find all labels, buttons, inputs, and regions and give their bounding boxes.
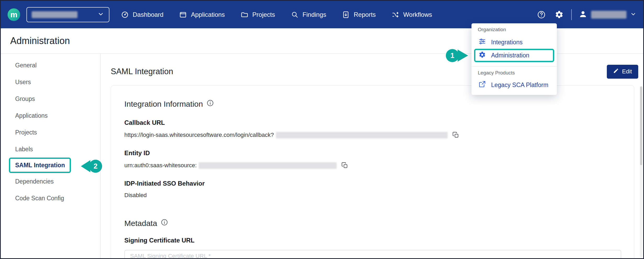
- info-icon[interactable]: [161, 219, 168, 228]
- org-name-redacted: [32, 11, 77, 18]
- nav-right-cluster: [536, 9, 636, 20]
- entity-id-redacted: [199, 162, 337, 169]
- nav-item-findings[interactable]: Findings: [291, 11, 326, 19]
- nav-item-dashboard[interactable]: Dashboard: [121, 11, 163, 19]
- settings-dropdown-menu: Organization Integrations Administration…: [471, 23, 557, 95]
- copy-entity-button[interactable]: [341, 161, 349, 169]
- main-content: SAML Integration Edit Integration Inform…: [101, 54, 644, 258]
- report-document-icon: [342, 11, 350, 19]
- nav-item-reports[interactable]: Reports: [342, 11, 376, 19]
- help-button[interactable]: [536, 9, 547, 20]
- integration-info-heading-text: Integration Information: [124, 100, 203, 109]
- nav-label: Projects: [252, 11, 275, 18]
- folder-icon: [241, 11, 248, 19]
- entity-id-label: Entity ID: [124, 149, 621, 157]
- org-selector[interactable]: [26, 7, 109, 22]
- sliders-icon: [479, 38, 486, 47]
- sidebar-item-applications[interactable]: Applications: [1, 107, 100, 124]
- gear-icon: [479, 51, 486, 60]
- scrollbar-thumb[interactable]: [640, 87, 642, 165]
- section-title: SAML Integration: [111, 67, 173, 76]
- callback-url-label: Callback URL: [124, 119, 621, 126]
- help-icon: [537, 10, 546, 19]
- sidebar-item-dependencies[interactable]: Dependencies: [1, 173, 100, 190]
- admin-sidebar: General Users Groups Applications Projec…: [1, 54, 101, 258]
- callback-url-redacted: [276, 132, 448, 138]
- sidebar-item-projects[interactable]: Projects: [1, 124, 100, 141]
- nav-item-projects[interactable]: Projects: [241, 11, 275, 19]
- menu-item-label: Legacy SCA Platform: [491, 82, 548, 89]
- entity-id-value: urn:auth0:saas-whitesource:: [124, 162, 197, 169]
- nav-label: Findings: [303, 11, 326, 18]
- metadata-heading: Metadata: [124, 219, 621, 228]
- nav-label: Applications: [191, 11, 225, 18]
- metadata-heading-text: Metadata: [124, 219, 157, 228]
- edit-button-label: Edit: [622, 68, 632, 75]
- dashboard-icon: [121, 11, 129, 19]
- search-icon: [291, 11, 299, 19]
- chevron-down-icon: [630, 11, 636, 18]
- nav-label: Workflows: [403, 11, 432, 18]
- nav-item-applications[interactable]: Applications: [179, 11, 225, 19]
- pencil-icon: [613, 68, 619, 75]
- sidebar-item-code-scan-config[interactable]: Code Scan Config: [1, 190, 100, 207]
- menu-item-integrations[interactable]: Integrations: [471, 36, 557, 48]
- annotation-step-2: 2: [89, 160, 102, 173]
- integration-info-heading: Integration Information: [124, 99, 621, 109]
- annotation-arrow-2: [81, 160, 90, 172]
- nav-item-workflows[interactable]: Workflows: [391, 11, 432, 19]
- page-title: Administration: [10, 35, 70, 46]
- primary-nav: Dashboard Applications Projects Findings: [121, 11, 432, 19]
- menu-divider: [471, 66, 557, 67]
- settings-button[interactable]: [554, 9, 564, 20]
- nav-label: Reports: [354, 11, 376, 18]
- chevron-down-icon: [97, 11, 104, 19]
- sidebar-item-users[interactable]: Users: [1, 74, 100, 90]
- metadata-section: Metadata Signing Certificate URL: [124, 219, 621, 259]
- nav-label: Dashboard: [133, 11, 163, 18]
- vertical-scrollbar[interactable]: [640, 86, 642, 257]
- gear-icon: [555, 10, 564, 19]
- idp-sso-value: Disabled: [124, 192, 621, 199]
- edit-button[interactable]: Edit: [607, 65, 638, 79]
- menu-section-legacy: Legacy Products: [471, 70, 557, 76]
- mend-logo-icon: m: [8, 8, 20, 21]
- menu-item-administration[interactable]: Administration: [475, 50, 529, 61]
- annotation-step-1: 1: [446, 49, 459, 62]
- main-head: SAML Integration Edit: [111, 64, 644, 79]
- workflow-shuffle-icon: [391, 11, 399, 19]
- app-window: m Dashboard Applications: [0, 0, 644, 259]
- idp-sso-label: IDP-Initiated SSO Behavior: [124, 180, 621, 187]
- menu-item-label: Integrations: [491, 39, 523, 46]
- applications-icon: [179, 11, 187, 19]
- signing-cert-input[interactable]: [124, 250, 621, 259]
- copy-callback-button[interactable]: [452, 131, 460, 139]
- menu-item-label: Administration: [491, 52, 529, 59]
- sidebar-item-labels[interactable]: Labels: [1, 141, 100, 158]
- sidebar-item-general[interactable]: General: [1, 57, 100, 74]
- menu-item-legacy-sca[interactable]: Legacy SCA Platform: [471, 79, 557, 91]
- annotation-arrow-1: [458, 50, 468, 62]
- callback-url-value: https://login-saas.whitesourcesoftware.c…: [124, 132, 274, 138]
- info-icon[interactable]: [207, 99, 214, 109]
- callback-url-row: https://login-saas.whitesourcesoftware.c…: [124, 131, 621, 139]
- menu-section-organization: Organization: [471, 26, 557, 33]
- user-menu[interactable]: [579, 10, 636, 20]
- administration-highlight-box: Administration: [474, 49, 554, 62]
- saml-card: Integration Information Callback URL htt…: [111, 85, 634, 259]
- username-redacted: [591, 11, 626, 19]
- nav-divider: [571, 9, 572, 20]
- sidebar-item-groups[interactable]: Groups: [1, 90, 100, 107]
- entity-id-row: urn:auth0:saas-whitesource:: [124, 161, 621, 169]
- signing-cert-label: Signing Certificate URL: [124, 237, 621, 244]
- external-link-icon: [479, 80, 486, 89]
- sidebar-item-saml-integration[interactable]: SAML Integration: [9, 158, 71, 173]
- user-avatar-icon: [579, 10, 587, 20]
